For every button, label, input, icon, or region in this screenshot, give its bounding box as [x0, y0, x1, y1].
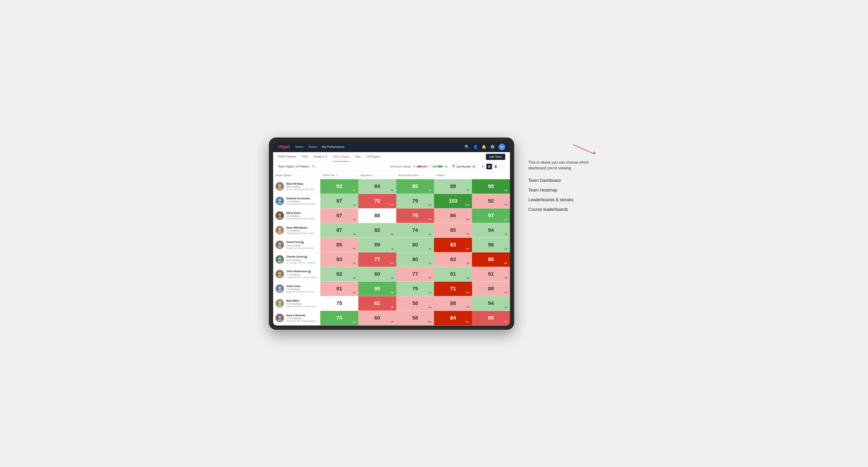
table-row[interactable]: Elliot Ebert1-5 HandicapSunningdale Golf…: [273, 209, 510, 223]
score-cell-1[interactable]: 7714▼: [358, 252, 396, 267]
score-cell-4[interactable]: 959▲: [472, 179, 510, 194]
player-cell[interactable]: Elliot Ebert1-5 HandicapSunningdale Golf…: [273, 209, 320, 223]
score-cell-2[interactable]: 801▲: [396, 252, 434, 267]
player-cell[interactable]: Blair McHargPlus HandicapRoyal North Dev…: [273, 179, 320, 194]
table-row[interactable]: Blair McHargPlus HandicapRoyal North Dev…: [273, 179, 510, 194]
score-cell-4[interactable]: 868▼: [472, 252, 510, 267]
player-club: Sunningdale Golf Club, United Kingdom: [286, 217, 318, 220]
avatar: [276, 284, 284, 293]
person-view-button[interactable]: 👤: [493, 164, 499, 169]
player-cell[interactable]: David Ford✓Plus HandicapRoyal North Devo…: [273, 238, 320, 252]
score-value: 83: [336, 256, 342, 262]
nav-link-performance[interactable]: My Performance: [322, 144, 344, 150]
score-cell-0[interactable]: 939▲: [320, 179, 358, 194]
score-cell-3[interactable]: 8310▼: [434, 238, 472, 252]
table-row[interactable]: Charlie Quick✓6-10 HandicapSt. George's …: [273, 252, 510, 267]
score-cell-4[interactable]: 913▼: [472, 267, 510, 281]
tab-hcaps[interactable]: Hcaps 1-5: [314, 152, 327, 161]
score-change: 1▲: [352, 204, 356, 206]
table-row[interactable]: David Ford✓Plus HandicapRoyal North Devo…: [273, 238, 510, 252]
score-cell-3[interactable]: 836▼: [434, 252, 472, 267]
heatmap-view-button[interactable]: ▦: [486, 164, 492, 169]
edit-icon[interactable]: ✏️: [312, 165, 316, 168]
nav-link-home[interactable]: Home: [295, 144, 304, 150]
score-cell-4[interactable]: 892▼: [472, 282, 510, 296]
tab-team-clippd[interactable]: Team Clippd: [333, 152, 349, 161]
score-cell-3[interactable]: 882▼: [434, 296, 472, 311]
player-cell[interactable]: Chris Robertson✓1-5 HandicapCraigmillar …: [273, 267, 320, 281]
score-cell-1[interactable]: 601▼: [358, 311, 396, 325]
player-cell[interactable]: Josh Coles1-5 HandicapRoyal North Devon …: [273, 282, 320, 296]
score-cell-4[interactable]: 943▲: [472, 296, 510, 311]
table-row[interactable]: Edward Crossman1-5 HandicapSunningdale G…: [273, 194, 510, 209]
score-cell-1[interactable]: 846▲: [358, 179, 396, 194]
nav-link-teams[interactable]: Teams: [308, 144, 317, 150]
score-cell-0[interactable]: 853▼: [320, 238, 358, 252]
score-cell-0[interactable]: 75: [320, 296, 358, 311]
score-value: 77: [374, 256, 380, 262]
tab-pgat-players[interactable]: PGAT Players: [278, 152, 296, 161]
score-cell-2[interactable]: 5810▲: [396, 311, 434, 325]
score-cell-2[interactable]: 753▼: [396, 209, 434, 223]
tab-pga[interactable]: PGA: [302, 152, 308, 161]
score-cell-2[interactable]: 584▲: [396, 296, 434, 311]
score-cell-0[interactable]: 833▼: [320, 252, 358, 267]
table-row[interactable]: Dave Billingham1-5 HandicapGog Magog Gol…: [273, 223, 510, 238]
score-cell-2[interactable]: 799▲: [396, 194, 434, 208]
score-cell-3[interactable]: 866▼: [434, 209, 472, 223]
score-cell-4[interactable]: 941▲: [472, 223, 510, 238]
avatar: [276, 197, 284, 205]
score-cell-4[interactable]: 975▲: [472, 209, 510, 223]
player-cell[interactable]: Dave Billingham1-5 HandicapGog Magog Gol…: [273, 223, 320, 238]
score-cell-1[interactable]: 824▲: [358, 223, 396, 238]
last-rounds-button[interactable]: 📅 Last Rounds: 20: [450, 164, 478, 169]
score-cell-2[interactable]: 803▲: [396, 238, 434, 252]
score-cell-3[interactable]: 814▲: [434, 267, 472, 281]
player-cell[interactable]: Matt Miller6-10 HandicapWoburn Golf Club…: [273, 296, 320, 311]
score-cell-3[interactable]: 8421▲: [434, 311, 472, 325]
score-cell-3[interactable]: 853▼: [434, 223, 472, 238]
score-cell-0[interactable]: 813▼: [320, 282, 358, 296]
score-cell-0[interactable]: 748▲: [320, 311, 358, 325]
tab-all-players[interactable]: All Players: [366, 152, 380, 161]
score-cell-3[interactable]: 7111▼: [434, 282, 472, 296]
player-name: Charlie Quick✓: [286, 255, 318, 258]
score-cell-3[interactable]: 881▼: [434, 179, 472, 194]
add-team-button[interactable]: Add Team: [486, 154, 505, 160]
player-handicap: Plus Handicap: [286, 244, 318, 247]
player-cell[interactable]: Edward Crossman1-5 HandicapSunningdale G…: [273, 194, 320, 208]
download-button[interactable]: ↓: [500, 164, 505, 169]
score-cell-1[interactable]: 602▲: [358, 267, 396, 281]
score-cell-2[interactable]: 752▲: [396, 282, 434, 296]
score-cell-2[interactable]: 858▲: [396, 179, 434, 194]
score-cell-0[interactable]: 874▲: [320, 223, 358, 238]
score-cell-0[interactable]: 871▲: [320, 194, 358, 208]
score-cell-2[interactable]: 773▼: [396, 267, 434, 281]
grid-view-button[interactable]: ⊞: [480, 164, 486, 169]
settings-icon[interactable]: ⚙️: [490, 145, 495, 149]
user-avatar[interactable]: U: [499, 144, 505, 150]
table-row[interactable]: Chris Robertson✓1-5 HandicapCraigmillar …: [273, 267, 510, 282]
score-cell-1[interactable]: 613▼: [358, 296, 396, 311]
score-cell-4[interactable]: 854▼: [472, 311, 510, 325]
score-cell-1[interactable]: 897▲: [358, 238, 396, 252]
score-cell-1[interactable]: 958▲: [358, 282, 396, 296]
score-cell-4[interactable]: 923▼: [472, 194, 510, 208]
score-cell-3[interactable]: 10315▲: [434, 194, 472, 208]
bell-icon[interactable]: 🔔: [482, 145, 486, 149]
player-cell[interactable]: Charlie Quick✓6-10 HandicapSt. George's …: [273, 252, 320, 267]
score-cell-1[interactable]: 7311▼: [358, 194, 396, 208]
search-icon[interactable]: 🔍: [465, 145, 469, 149]
table-row[interactable]: Josh Coles1-5 HandicapRoyal North Devon …: [273, 282, 510, 296]
score-cell-0[interactable]: 823▲: [320, 267, 358, 281]
score-cell-0[interactable]: 873▼: [320, 209, 358, 223]
score-cell-4[interactable]: 963▲: [472, 238, 510, 252]
people-icon[interactable]: 👤: [473, 145, 478, 149]
tab-tour[interactable]: Tour: [355, 152, 361, 161]
score-cell-1[interactable]: 88: [358, 209, 396, 223]
table-row[interactable]: Matt Miller6-10 HandicapWoburn Golf Club…: [273, 296, 510, 311]
avatar: [276, 211, 284, 220]
player-cell[interactable]: Aaron Nicholls11-15 HandicapDrift Golf C…: [273, 311, 320, 325]
table-row[interactable]: Aaron Nicholls11-15 HandicapDrift Golf C…: [273, 311, 510, 325]
score-cell-2[interactable]: 741▲: [396, 223, 434, 238]
